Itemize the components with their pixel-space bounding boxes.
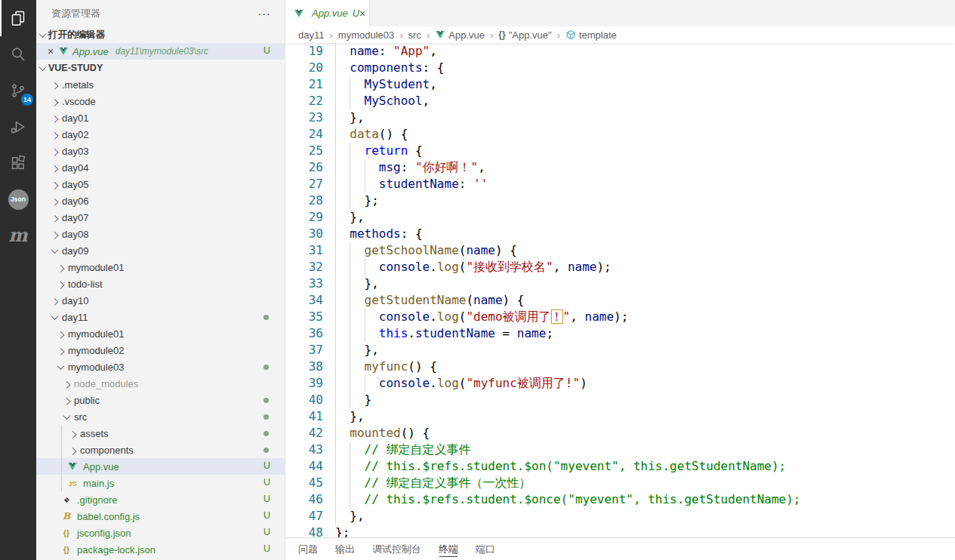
breadcrumb-item-mymodule03[interactable]: mymodule03 xyxy=(338,29,394,41)
code-line-31[interactable]: 31getSchoolName(name) { xyxy=(285,242,955,259)
tree-folder-day08[interactable]: day08 xyxy=(36,226,285,242)
tree-file-package-lock.json[interactable]: {}package-lock.jsonU xyxy=(36,541,285,558)
panel-tab[interactable]: 端口 xyxy=(476,538,495,560)
indent-guide xyxy=(350,392,364,408)
code-line-46[interactable]: 46// this.$refs.student.$once("myevent",… xyxy=(285,491,955,508)
panel-tab[interactable]: 输出 xyxy=(335,538,355,560)
code-line-26[interactable]: 26msg: "你好啊！", xyxy=(285,159,955,176)
tree-file-main.js[interactable]: JSmain.jsU xyxy=(36,475,285,491)
breadcrumb-item-appvue[interactable]: App.vue xyxy=(435,29,485,41)
code-line-20[interactable]: 20components: { xyxy=(285,60,955,76)
code-line-42[interactable]: 42mounted() { xyxy=(285,425,955,442)
tree-folder-mymodule03[interactable]: mymodule03 xyxy=(36,358,285,375)
tree-file-.gitignore[interactable]: .gitignoreU xyxy=(36,491,285,508)
code-editor[interactable]: 19name: "App",20components: {21MyStudent… xyxy=(285,43,955,537)
code-line-21[interactable]: 21MyStudent, xyxy=(285,76,955,93)
tree-folder-.metals[interactable]: .metals xyxy=(36,76,285,93)
tree-file-jsconfig.json[interactable]: {}jsconfig.jsonU xyxy=(36,525,285,541)
code-line-29[interactable]: 29}, xyxy=(285,209,955,226)
chevron-right-icon xyxy=(48,211,60,223)
tree-folder-public[interactable]: public xyxy=(36,392,285,408)
code-line-23[interactable]: 23}, xyxy=(285,109,955,126)
tree-item-label: day08 xyxy=(62,229,88,240)
code-line-43[interactable]: 43// 绑定自定义事件 xyxy=(285,442,955,458)
code-line-30[interactable]: 30methods: { xyxy=(285,226,955,242)
code-line-19[interactable]: 19name: "App", xyxy=(285,43,955,60)
line-number: 25 xyxy=(285,143,323,159)
breadcrumb-item-day11[interactable]: day11 xyxy=(298,29,324,41)
tree-folder-day04[interactable]: day04 xyxy=(36,159,285,176)
breadcrumb-item-src[interactable]: src xyxy=(408,29,421,41)
close-icon[interactable]: × xyxy=(359,8,365,19)
panel-tab[interactable]: 问题 xyxy=(298,538,318,560)
code-line-25[interactable]: 25return { xyxy=(285,143,955,159)
tree-folder-.vscode[interactable]: .vscode xyxy=(36,93,285,109)
activity-extensions[interactable] xyxy=(0,145,36,181)
close-icon[interactable]: × xyxy=(44,46,57,57)
activity-source-control[interactable]: 14 xyxy=(0,72,36,109)
open-editors-header[interactable]: 打开的编辑器 xyxy=(36,26,285,43)
activity-run-debug[interactable] xyxy=(0,109,36,145)
tree-item-label: .vscode xyxy=(62,96,96,107)
code-line-36[interactable]: 36this.studentName = name; xyxy=(285,325,955,342)
breadcrumb: day11›mymodule03›src›App.vue›{}"App.vue"… xyxy=(285,26,955,43)
breadcrumb-item-template[interactable]: template xyxy=(565,29,617,41)
tree-folder-day07[interactable]: day07 xyxy=(36,209,285,226)
tree-item-label: assets xyxy=(80,428,109,439)
tree-file-babel.config.js[interactable]: Bbabel.config.jsU xyxy=(36,508,285,525)
tree-folder-components[interactable]: components xyxy=(36,442,285,458)
code-line-39[interactable]: 39console.log("myfunc被调用了!") xyxy=(285,375,955,392)
activity-explorer[interactable] xyxy=(0,0,36,36)
chevron-down-icon xyxy=(36,62,48,74)
workspace-header[interactable]: VUE-STUDY xyxy=(36,60,285,76)
code-line-22[interactable]: 22MySchool, xyxy=(285,93,955,109)
js-icon: JS xyxy=(66,477,79,489)
tree-folder-day09[interactable]: day09 xyxy=(36,242,285,259)
activity-json-tool[interactable]: Json xyxy=(0,181,36,217)
tree-folder-day05[interactable]: day05 xyxy=(36,176,285,192)
activity-m-tool[interactable]: m xyxy=(0,217,36,254)
code-line-38[interactable]: 38myfunc() { xyxy=(285,358,955,375)
code-line-33[interactable]: 33}, xyxy=(285,275,955,292)
tree-item-label: babel.config.js xyxy=(77,511,140,522)
tree-folder-mymodule01[interactable]: mymodule01 xyxy=(36,259,285,275)
tree-folder-node_modules[interactable]: node_modules xyxy=(36,375,285,392)
activity-search[interactable] xyxy=(0,36,36,72)
tree-folder-day01[interactable]: day01 xyxy=(36,109,285,126)
tree-folder-day06[interactable]: day06 xyxy=(36,192,285,209)
tree-folder-day11[interactable]: day11 xyxy=(36,309,285,325)
open-editor-item[interactable]: ×App.vueday11\mymodule03\srcU xyxy=(36,43,285,60)
tree-folder-src[interactable]: src xyxy=(36,408,285,425)
tree-folder-day02[interactable]: day02 xyxy=(36,126,285,143)
line-number: 28 xyxy=(285,192,323,209)
code-line-37[interactable]: 37}, xyxy=(285,342,955,358)
line-number: 40 xyxy=(285,392,323,408)
indent-guide xyxy=(335,325,350,342)
tab-app-vue[interactable]: App.vue U × xyxy=(285,0,370,26)
code-line-44[interactable]: 44// this.$refs.student.$on("myevent", t… xyxy=(285,458,955,475)
code-line-41[interactable]: 41}, xyxy=(285,408,955,425)
code-line-28[interactable]: 28}; xyxy=(285,192,955,209)
tree-item-label: day02 xyxy=(62,129,88,140)
tree-folder-mymodule01[interactable]: mymodule01 xyxy=(36,325,285,342)
breadcrumb-item-appvue[interactable]: {}"App.vue" xyxy=(498,29,551,41)
tree-folder-day03[interactable]: day03 xyxy=(36,143,285,159)
code-line-45[interactable]: 45// 绑定自定义事件（一次性） xyxy=(285,475,955,491)
tree-folder-todo-list[interactable]: todo-list xyxy=(36,275,285,292)
code-line-47[interactable]: 47}, xyxy=(285,508,955,525)
code-line-40[interactable]: 40} xyxy=(285,392,955,408)
panel-tab[interactable]: 调试控制台 xyxy=(372,538,421,560)
line-number: 44 xyxy=(285,458,323,475)
code-line-34[interactable]: 34getStudentName(name) { xyxy=(285,292,955,309)
code-line-35[interactable]: 35console.log("demo被调用了！", name); xyxy=(285,309,955,325)
tree-folder-assets[interactable]: assets xyxy=(36,425,285,442)
tree-folder-mymodule02[interactable]: mymodule02 xyxy=(36,342,285,358)
tree-folder-day10[interactable]: day10 xyxy=(36,292,285,309)
more-actions-icon[interactable]: ··· xyxy=(253,6,276,20)
tree-file-App.vue[interactable]: App.vueU xyxy=(36,458,285,475)
code-line-24[interactable]: 24data() { xyxy=(285,126,955,143)
code-line-27[interactable]: 27studentName: '' xyxy=(285,176,955,192)
code-line-48[interactable]: 48}; xyxy=(285,525,955,537)
code-line-32[interactable]: 32console.log("接收到学校名", name); xyxy=(285,259,955,275)
panel-tab-active[interactable]: 终端 xyxy=(439,538,458,560)
